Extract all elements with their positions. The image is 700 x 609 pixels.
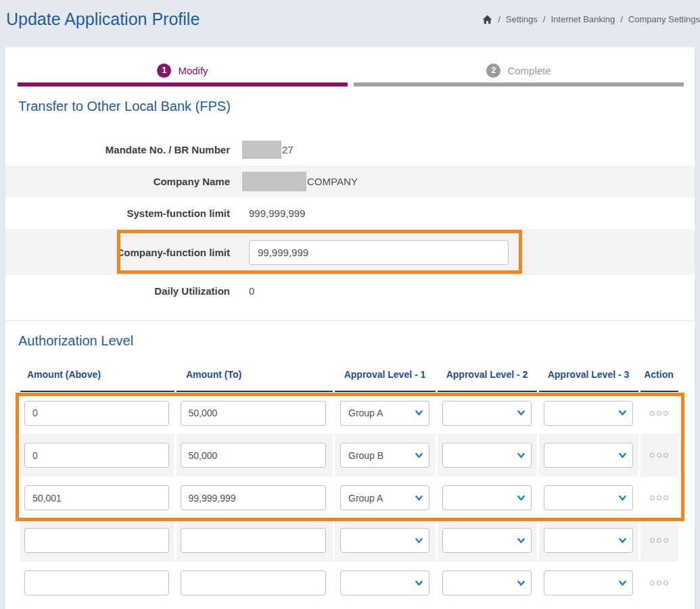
section-title-transfer: Transfer to Other Local Bank (FPS) bbox=[18, 99, 695, 114]
row-actions-button[interactable] bbox=[640, 392, 679, 434]
company-limit-label: Company-function limit bbox=[5, 247, 230, 258]
amount-above-input[interactable] bbox=[24, 528, 169, 553]
redacted-value bbox=[242, 172, 306, 191]
amount-above-input[interactable] bbox=[24, 485, 169, 510]
approval-level-1-select[interactable]: Group B bbox=[340, 443, 429, 468]
row-actions-button[interactable] bbox=[640, 562, 679, 604]
approval-level-2-select[interactable] bbox=[442, 570, 532, 595]
amount-to-input[interactable] bbox=[181, 570, 326, 595]
dot-icon bbox=[663, 453, 668, 458]
chevron-down-icon bbox=[517, 538, 525, 543]
wizard-steps: 1 Modify 2 Complete bbox=[5, 47, 695, 87]
dot-icon bbox=[657, 538, 661, 543]
dot-icon bbox=[650, 538, 655, 543]
step-1-badge: 1 bbox=[157, 64, 171, 78]
amount-to-input[interactable] bbox=[181, 485, 326, 510]
approval-level-1-select[interactable] bbox=[340, 528, 429, 553]
dot-icon bbox=[650, 581, 655, 585]
home-icon[interactable] bbox=[482, 15, 492, 24]
system-limit-label: System-function limit bbox=[5, 208, 230, 219]
company-name-value: COMPANY bbox=[307, 176, 358, 187]
auth-level-row: Group A bbox=[20, 391, 678, 434]
step-2-badge: 2 bbox=[486, 64, 500, 78]
authorization-section: Authorization Level Amount (Above) Amoun… bbox=[5, 333, 695, 604]
col-header-approval-3: Approval Level - 3 bbox=[538, 369, 639, 391]
breadcrumb: / Settings / Internet Banking / Company … bbox=[482, 14, 700, 24]
amount-to-input[interactable] bbox=[181, 528, 326, 553]
approval-level-1-select[interactable] bbox=[340, 570, 429, 595]
selected-value: Group B bbox=[348, 450, 383, 461]
col-header-approval-1: Approval Level - 1 bbox=[333, 369, 436, 391]
step-1-label: Modify bbox=[178, 65, 208, 76]
chevron-down-icon bbox=[517, 495, 525, 501]
breadcrumb-internet-banking[interactable]: Internet Banking bbox=[551, 14, 615, 24]
amount-above-input[interactable] bbox=[24, 570, 169, 595]
dot-icon bbox=[657, 411, 661, 416]
field-row-mandate: Mandate No. / BR Number 27 bbox=[5, 134, 695, 166]
approval-level-3-select[interactable] bbox=[544, 401, 633, 426]
approval-level-1-select[interactable]: Group A bbox=[340, 485, 429, 510]
chevron-down-icon bbox=[619, 581, 626, 586]
approval-level-2-select[interactable] bbox=[442, 443, 532, 468]
dot-icon bbox=[650, 453, 655, 458]
dot-icon bbox=[663, 495, 668, 500]
step-2-label: Complete bbox=[507, 65, 551, 76]
dot-icon bbox=[657, 581, 661, 585]
col-header-approval-2: Approval Level - 2 bbox=[436, 369, 538, 391]
selected-value: Group A bbox=[348, 493, 383, 504]
dot-icon bbox=[650, 411, 655, 416]
col-header-amount-to: Amount (To) bbox=[175, 369, 333, 391]
col-header-amount-above: Amount (Above) bbox=[20, 369, 175, 391]
chevron-down-icon bbox=[517, 410, 525, 416]
approval-level-3-select[interactable] bbox=[544, 485, 633, 510]
step-2-progress-bar bbox=[354, 82, 684, 87]
row-actions-button[interactable] bbox=[640, 477, 679, 519]
chevron-down-icon bbox=[415, 495, 423, 501]
breadcrumb-settings[interactable]: Settings bbox=[506, 14, 538, 24]
auth-level-row bbox=[20, 562, 678, 604]
chevron-down-icon bbox=[415, 581, 423, 586]
chevron-down-icon bbox=[619, 538, 626, 543]
amount-above-input[interactable] bbox=[24, 401, 169, 426]
chevron-down-icon bbox=[619, 410, 626, 416]
row-actions-button[interactable] bbox=[640, 434, 679, 477]
amount-above-input[interactable] bbox=[24, 443, 169, 468]
field-row-company-limit: Company-function limit bbox=[5, 229, 695, 275]
auth-table-header-row: Amount (Above) Amount (To) Approval Leve… bbox=[20, 369, 678, 391]
company-limit-input[interactable] bbox=[249, 240, 509, 265]
chevron-down-icon bbox=[517, 453, 525, 458]
dot-icon bbox=[663, 581, 668, 585]
dot-icon bbox=[663, 538, 668, 543]
breadcrumb-company-settings[interactable]: Company Settings bbox=[628, 14, 700, 24]
dot-icon bbox=[663, 411, 668, 416]
page-title: Update Application Profile bbox=[6, 9, 200, 29]
daily-utilization-value: 0 bbox=[249, 285, 254, 297]
approval-level-3-select[interactable] bbox=[544, 528, 633, 553]
chevron-down-icon bbox=[415, 538, 423, 543]
row-actions-button[interactable] bbox=[640, 519, 679, 562]
col-header-action: Action bbox=[639, 369, 678, 391]
chevron-down-icon bbox=[415, 453, 423, 458]
field-row-company-name: Company Name COMPANY bbox=[5, 166, 695, 197]
system-limit-value: 999,999,999 bbox=[249, 208, 305, 219]
chevron-down-icon bbox=[619, 495, 626, 501]
approval-level-2-select[interactable] bbox=[442, 401, 532, 426]
transfer-section: Transfer to Other Local Bank (FPS) Manda… bbox=[5, 99, 695, 307]
approval-level-2-select[interactable] bbox=[442, 485, 532, 510]
approval-level-3-select[interactable] bbox=[544, 570, 633, 595]
redacted-value bbox=[242, 141, 281, 159]
content-card: 1 Modify 2 Complete Transfer to Other Lo… bbox=[5, 47, 695, 609]
breadcrumb-separator: / bbox=[498, 14, 500, 24]
amount-to-input[interactable] bbox=[181, 443, 326, 468]
dot-icon bbox=[657, 453, 661, 458]
approval-level-2-select[interactable] bbox=[442, 528, 532, 553]
selected-value: Group A bbox=[348, 408, 383, 418]
auth-level-row bbox=[20, 519, 678, 562]
approval-level-1-select[interactable]: Group A bbox=[340, 401, 429, 426]
mandate-value: 27 bbox=[282, 144, 294, 155]
chevron-down-icon bbox=[517, 581, 525, 586]
amount-to-input[interactable] bbox=[181, 401, 326, 426]
auth-level-row: Group A bbox=[20, 477, 678, 519]
section-title-authorization: Authorization Level bbox=[18, 333, 695, 349]
approval-level-3-select[interactable] bbox=[544, 443, 633, 468]
